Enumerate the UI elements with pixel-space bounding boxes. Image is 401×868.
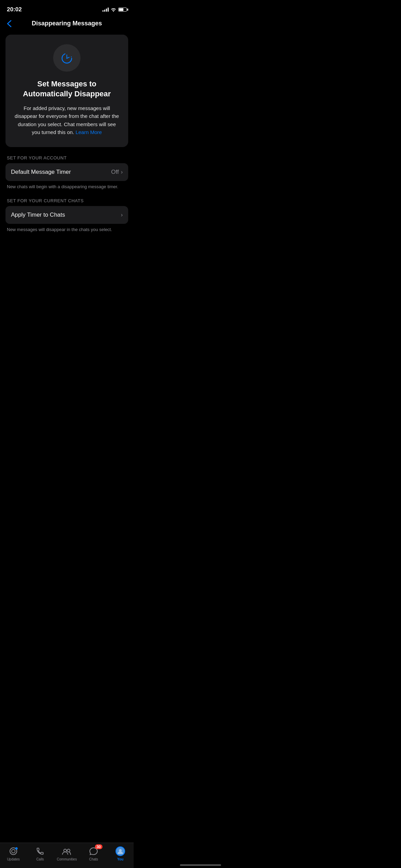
default-timer-right: Off ›	[111, 169, 123, 176]
apply-timer-right: ›	[121, 212, 123, 218]
nav-title: Disappearing Messages	[32, 20, 102, 27]
signal-icon	[102, 8, 109, 12]
default-timer-item[interactable]: Default Message Timer Off ›	[5, 163, 128, 181]
timer-icon	[60, 51, 74, 65]
apply-timer-item[interactable]: Apply Timer to Chats ›	[5, 206, 128, 224]
card-title: Set Messages to Automatically Disappear	[14, 79, 120, 99]
back-button[interactable]	[7, 20, 12, 27]
svg-line-3	[67, 57, 69, 58]
chevron-icon: ›	[121, 169, 123, 175]
status-bar: 20:02	[0, 0, 134, 17]
status-icons	[102, 8, 127, 12]
nav-bar: Disappearing Messages	[0, 17, 134, 31]
account-section: SET FOR YOUR ACCOUNT Default Message Tim…	[0, 155, 134, 190]
account-section-hint: New chats will begin with a disappearing…	[0, 181, 134, 190]
status-time: 20:02	[7, 6, 22, 13]
current-chats-section-label: SET FOR YOUR CURRENT CHATS	[0, 198, 134, 206]
current-chats-section: SET FOR YOUR CURRENT CHATS Apply Timer t…	[0, 198, 134, 233]
learn-more-link[interactable]: Learn More	[75, 129, 102, 135]
account-section-label: SET FOR YOUR ACCOUNT	[0, 155, 134, 163]
wifi-icon	[111, 8, 116, 12]
current-chats-section-hint: New messages will disappear in the chats…	[0, 224, 134, 233]
timer-icon-circle	[53, 44, 81, 72]
chevron-icon-2: ›	[121, 212, 123, 218]
battery-icon	[118, 8, 127, 12]
info-card: Set Messages to Automatically Disappear …	[5, 35, 128, 147]
svg-point-4	[71, 57, 72, 57]
svg-point-6	[71, 60, 71, 61]
card-description: For added privacy, new messages will dis…	[14, 104, 120, 136]
apply-timer-label: Apply Timer to Chats	[11, 212, 65, 218]
default-timer-label: Default Message Timer	[11, 169, 71, 176]
default-timer-value: Off	[111, 169, 119, 176]
svg-point-5	[71, 59, 72, 59]
